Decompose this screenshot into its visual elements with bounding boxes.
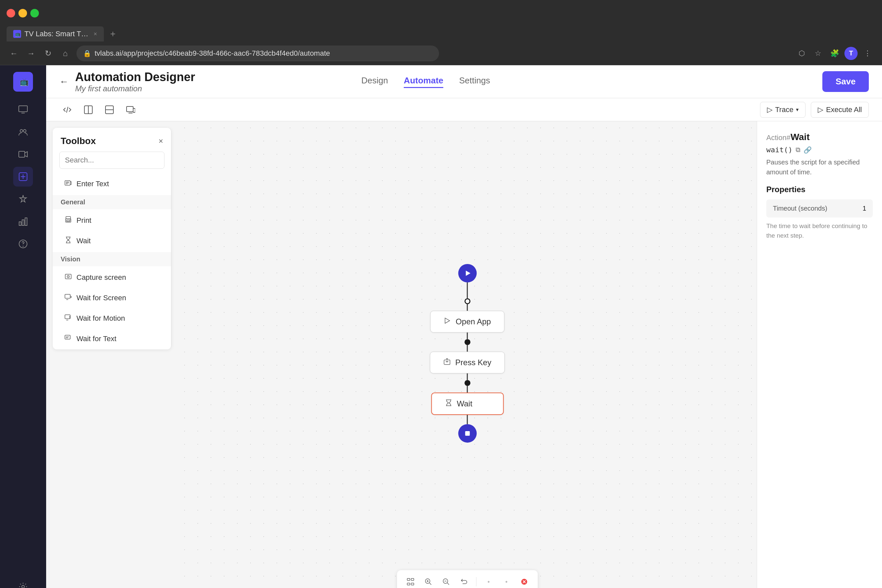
new-tab-btn[interactable]: + xyxy=(106,27,120,40)
toolbox-item-wait-for-motion[interactable]: Wait for Motion xyxy=(57,309,167,328)
svg-point-7 xyxy=(23,129,26,132)
timeout-field: Timeout (seconds) 1 xyxy=(766,200,873,218)
print-icon xyxy=(64,216,72,225)
wait-for-screen-icon xyxy=(64,293,72,303)
tab-automate[interactable]: Automate xyxy=(404,75,443,88)
browser-navbar: ← → ↻ ⌂ 🔒 tvlabs.ai/app/projects/c46beab… xyxy=(0,42,882,65)
undo-btn[interactable] xyxy=(456,573,472,588)
split-horizontal-btn[interactable] xyxy=(102,102,117,118)
flow-start-node[interactable] xyxy=(458,264,477,282)
wait-node-icon xyxy=(445,399,452,408)
sidebar-item-video[interactable] xyxy=(13,144,33,164)
split-vertical-btn[interactable] xyxy=(80,102,96,118)
nav-actions: ⬡ ☆ 🧩 T ⋮ xyxy=(795,47,874,60)
sidebar-item-sparkles[interactable] xyxy=(13,189,33,209)
dot-btn-2[interactable]: • xyxy=(498,573,515,588)
svg-text:📺: 📺 xyxy=(20,78,29,86)
svg-rect-26 xyxy=(66,216,70,219)
connector-dot-1 xyxy=(464,298,470,304)
svg-rect-37 xyxy=(65,335,70,339)
link-code-icon[interactable]: 🔗 xyxy=(804,146,812,154)
devices-btn[interactable] xyxy=(123,102,138,118)
execute-label: Execute All xyxy=(826,105,862,114)
active-tab[interactable]: 📺 TV Labs: Smart TV App Testi... × xyxy=(7,26,104,42)
bookmark-btn[interactable]: ☆ xyxy=(812,47,825,60)
header-actions: Save xyxy=(822,71,869,92)
toolbox-search[interactable] xyxy=(59,152,165,169)
toolbox-item-wait[interactable]: Wait xyxy=(57,231,167,251)
traffic-light-yellow[interactable] xyxy=(18,9,27,18)
svg-rect-10 xyxy=(19,222,21,225)
connector-3 xyxy=(467,333,468,339)
flow-open-app-node[interactable]: Open App xyxy=(430,311,505,333)
sidebar-item-help[interactable] xyxy=(13,234,33,254)
print-label: Print xyxy=(76,216,91,225)
toolbox-header: Toolbox × xyxy=(53,128,171,152)
app-logo[interactable]: 📺 xyxy=(13,72,33,92)
connector-dot-3 xyxy=(464,380,470,386)
toolbox-item-capture-screen[interactable]: Capture screen xyxy=(57,268,167,287)
canvas-toolbar: • • xyxy=(397,570,538,588)
enter-text-icon xyxy=(64,179,72,189)
tab-close-btn[interactable]: × xyxy=(94,31,97,38)
capture-screen-label: Capture screen xyxy=(76,273,126,282)
address-text: tvlabs.ai/app/projects/c46beab9-38fd-466… xyxy=(94,49,330,58)
zoom-in-btn[interactable] xyxy=(420,573,437,588)
trace-play-icon: ▷ xyxy=(767,105,772,114)
flow-stop-node[interactable] xyxy=(458,424,477,442)
open-tab-btn[interactable]: ⬡ xyxy=(795,47,808,60)
toolbox-title: Toolbox xyxy=(61,136,96,146)
toolbox-close-btn[interactable]: × xyxy=(159,136,163,146)
copy-code-icon[interactable]: ⧉ xyxy=(796,146,800,154)
code-view-btn[interactable] xyxy=(59,102,75,118)
svg-text:📺: 📺 xyxy=(15,31,20,37)
svg-point-29 xyxy=(70,219,70,220)
forward-nav-btn[interactable]: → xyxy=(25,48,37,59)
extensions-btn[interactable]: 🧩 xyxy=(828,47,841,60)
menu-btn[interactable]: ⋮ xyxy=(861,47,874,60)
toolbox-item-enter-text[interactable]: Enter Text xyxy=(57,174,167,194)
traffic-light-red[interactable] xyxy=(7,9,15,18)
user-avatar[interactable]: T xyxy=(844,47,858,60)
zoom-out-btn[interactable] xyxy=(438,573,454,588)
toolbox-item-print[interactable]: Print xyxy=(57,211,167,230)
toolbar: ▷ Trace ▾ ▷ Execute All xyxy=(46,98,882,121)
home-btn[interactable]: ⌂ xyxy=(59,48,71,59)
back-nav-btn[interactable]: ← xyxy=(8,48,20,59)
svg-line-55 xyxy=(429,583,432,585)
flow-press-key-node[interactable]: Press Key xyxy=(430,352,505,374)
svg-rect-12 xyxy=(25,218,27,225)
header-back-btn[interactable]: ← xyxy=(59,76,69,87)
search-input[interactable] xyxy=(59,152,165,169)
clear-btn[interactable] xyxy=(516,573,532,588)
trace-chevron-icon: ▾ xyxy=(796,106,799,113)
fit-view-btn[interactable] xyxy=(402,573,419,588)
tab-title: TV Labs: Smart TV App Testi... xyxy=(24,30,90,38)
execute-all-button[interactable]: ▷ Execute All xyxy=(811,102,869,118)
toolbox-item-wait-for-screen[interactable]: Wait for Screen xyxy=(57,288,167,308)
svg-rect-8 xyxy=(19,151,25,157)
sidebar-item-settings[interactable] xyxy=(13,577,33,588)
toolbar-right: ▷ Trace ▾ ▷ Execute All xyxy=(760,102,869,118)
press-key-label: Press Key xyxy=(455,358,491,367)
tab-design[interactable]: Design xyxy=(361,75,388,88)
tab-settings[interactable]: Settings xyxy=(459,75,490,88)
canvas-area[interactable]: Open App Press Key xyxy=(178,121,757,588)
address-bar[interactable]: 🔒 tvlabs.ai/app/projects/c46beab9-38fd-4… xyxy=(76,45,439,61)
sidebar-item-users[interactable] xyxy=(13,122,33,142)
traffic-light-green[interactable] xyxy=(30,9,39,18)
sidebar-item-automate[interactable] xyxy=(13,167,33,186)
dot-btn-1[interactable]: • xyxy=(480,573,497,588)
connector-5 xyxy=(467,374,468,380)
connector-2 xyxy=(467,304,468,311)
sidebar-item-analytics[interactable] xyxy=(13,212,33,231)
svg-rect-48 xyxy=(407,579,410,580)
reload-btn[interactable]: ↻ xyxy=(42,48,54,59)
sidebar-item-screen[interactable] xyxy=(13,99,33,119)
flow-wait-node[interactable]: Wait xyxy=(431,393,504,415)
capture-screen-icon xyxy=(64,273,72,282)
save-button[interactable]: Save xyxy=(822,71,869,92)
toolbox-item-wait-for-text[interactable]: Wait for Text xyxy=(57,329,167,349)
trace-button[interactable]: ▷ Trace ▾ xyxy=(760,102,806,118)
timeout-value: 1 xyxy=(862,205,866,212)
